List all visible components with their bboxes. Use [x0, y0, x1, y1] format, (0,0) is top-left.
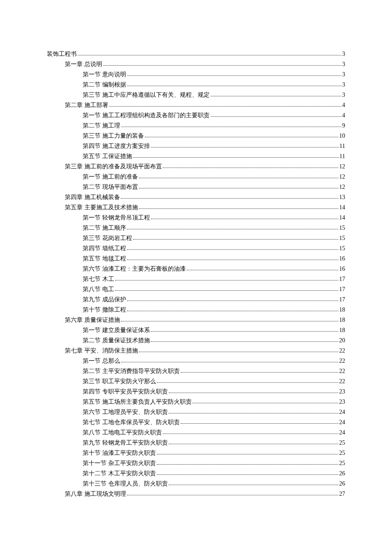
toc-entry: 第八章 施工现场文明理27 [47, 489, 345, 499]
toc-entry-page: 23 [339, 397, 345, 407]
toc-entry-label: 第一节 轻钢龙骨吊顶工程 [83, 213, 150, 223]
toc-entry-page: 12 [339, 182, 345, 192]
toc-leader-dots [139, 208, 339, 209]
toc-entry-label: 第十三节 仓库理人员、防火职责 [83, 479, 168, 489]
toc-leader-dots [181, 423, 339, 424]
toc-entry: 第一节 施工工程理组织构造及各部门的主要职责4 [47, 110, 345, 121]
toc-entry-page: 22 [339, 356, 345, 366]
toc-entry: 第一节 轻钢龙骨吊顶工程14 [47, 213, 345, 223]
toc-leader-dots [187, 269, 339, 270]
toc-entry-label: 第一节 意向说明 [83, 69, 126, 80]
toc-leader-dots [151, 147, 339, 147]
toc-leader-dots [193, 402, 339, 403]
toc-leader-dots [127, 85, 342, 86]
toc-entry-label: 第二节 施工理 [83, 121, 120, 131]
toc-entry: 第一节 施工前的准备12 [47, 172, 345, 182]
toc-entry-page: 22 [339, 376, 345, 387]
toc-entry-page: 14 [339, 213, 345, 223]
toc-entry-page: 17 [339, 284, 345, 295]
toc-entry: 第六章 质量保证措施18 [47, 315, 345, 325]
toc-entry-page: 22 [339, 346, 345, 356]
toc-leader-dots [157, 464, 339, 465]
toc-entry: 第二节 主平安消费指导平安防火职责22 [47, 366, 345, 376]
toc-leader-dots [103, 65, 342, 66]
toc-leader-dots [157, 454, 339, 454]
toc-entry-page: 25 [339, 448, 345, 458]
toc-leader-dots [139, 351, 339, 352]
toc-entry: 第六节 油漆工程：主要为石膏板的油漆16 [47, 264, 345, 274]
toc-leader-dots [127, 310, 339, 311]
toc-entry-label: 第一节 施工前的准备 [83, 172, 138, 182]
toc-entry: 第三节 花岗岩工程15 [47, 233, 345, 243]
toc-leader-dots [133, 157, 339, 158]
toc-entry-label: 第一节 施工工程理组织构造及各部门的主要职责 [83, 110, 210, 121]
toc-entry: 第九节 轻钢龙骨工平安防火职责25 [47, 438, 345, 448]
toc-entry-label: 第二节 施工顺序 [83, 223, 126, 233]
toc-leader-dots [115, 280, 339, 280]
toc-entry: 第十节 油漆工平安防火职责25 [47, 448, 345, 458]
toc-entry: 第三节 施工中应严格遵循以下有关、规程、规定3 [47, 90, 345, 100]
toc-entry-page: 15 [339, 243, 345, 254]
toc-entry: 第一章 总说明3 [47, 59, 345, 69]
toc-leader-dots [115, 290, 339, 291]
toc-entry-label: 第九节 轻钢龙骨工平安防火职责 [83, 438, 168, 448]
toc-entry: 第三节 职工平安防火守那么22 [47, 376, 345, 387]
toc-entry-page: 3 [342, 59, 345, 69]
toc-leader-dots [139, 188, 339, 188]
toc-entry-page: 12 [339, 172, 345, 182]
toc-entry-page: 4 [342, 100, 345, 110]
toc-entry-label: 第八章 施工现场文明理 [65, 489, 126, 499]
toc-entry: 第十三节 仓库理人员、防火职责26 [47, 479, 345, 489]
toc-entry-label: 第八节 工地电工平安防火职责 [83, 428, 162, 438]
toc-entry: 装饰工程书3 [47, 49, 345, 59]
toc-entry-label: 第九节 成品保护 [83, 295, 126, 305]
toc-entry: 第五节 地毯工程16 [47, 254, 345, 264]
toc-leader-dots [169, 443, 339, 444]
toc-entry-label: 第七节 工地仓库保员平安、防火职责 [83, 417, 180, 428]
toc-leader-dots [157, 382, 339, 383]
toc-entry: 第二章 施工部署4 [47, 100, 345, 110]
toc-entry-label: 第六节 工地理员平安、防火职责 [83, 407, 168, 417]
toc-leader-dots [210, 116, 342, 117]
toc-entry-label: 第三节 花岗岩工程 [83, 233, 132, 243]
toc-entry-page: 10 [339, 131, 345, 141]
toc-entry: 第七章 平安、消防保主措施22 [47, 346, 345, 356]
toc-entry-label: 第三章 施工前的准备及现场平面布置 [65, 162, 162, 172]
toc-leader-dots [163, 433, 339, 434]
toc-entry: 第四节 施工进度方案安排11 [47, 141, 345, 151]
toc-entry: 第五节 施工场所主要负责人平安防火职责23 [47, 397, 345, 407]
toc-leader-dots [109, 106, 342, 107]
toc-leader-dots [169, 413, 339, 413]
toc-entry: 第十二节 木工平安防火职责26 [47, 468, 345, 479]
toc-entry-label: 第五节 工保证措施 [83, 151, 132, 162]
toc-entry-page: 3 [342, 69, 345, 80]
toc-entry-label: 第二章 施工部署 [65, 100, 108, 110]
toc-entry-page: 24 [339, 428, 345, 438]
toc-entry-label: 第一章 总说明 [65, 59, 102, 69]
toc-entry: 第七节 木工17 [47, 274, 345, 284]
toc-entry-page: 3 [342, 90, 345, 100]
toc-leader-dots [210, 95, 342, 96]
toc-leader-dots [127, 75, 342, 76]
toc-entry: 第四节 墙纸工程15 [47, 243, 345, 254]
toc-leader-dots [127, 300, 339, 301]
toc-entry: 第四章 施工机械装备13 [47, 192, 345, 202]
toc-entry-page: 11 [340, 151, 345, 162]
toc-leader-dots [169, 484, 339, 485]
toc-entry: 第三节 施工力量的装备10 [47, 131, 345, 141]
toc-leader-dots [121, 321, 339, 321]
toc-entry-label: 第八节 电工 [83, 284, 114, 295]
toc-entry-page: 9 [342, 121, 345, 131]
toc-leader-dots [151, 341, 339, 342]
toc-entry-page: 17 [339, 274, 345, 284]
toc-entry-page: 11 [340, 141, 345, 151]
toc-entry-label: 第四节 专职平安员平安防火职责 [83, 387, 168, 397]
toc-entry: 第九节 成品保护17 [47, 295, 345, 305]
toc-entry-label: 第十节 撤除工程 [83, 305, 126, 315]
toc-entry-page: 18 [339, 315, 345, 325]
toc-entry-page: 27 [339, 489, 345, 499]
toc-entry: 第五章 主要施工及技术措施14 [47, 202, 345, 213]
toc-entry-page: 22 [339, 366, 345, 376]
toc-entry-page: 4 [342, 110, 345, 121]
toc-entry: 第五节 工保证措施11 [47, 151, 345, 162]
